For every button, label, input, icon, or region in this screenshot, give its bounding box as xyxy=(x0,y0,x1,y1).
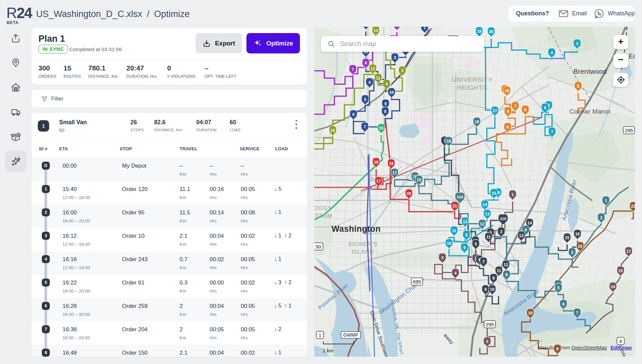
svg-text:CIRCLE: CIRCLE xyxy=(370,184,393,191)
svg-text:17: 17 xyxy=(493,109,497,113)
svg-text:21: 21 xyxy=(631,204,635,209)
svg-text:12: 12 xyxy=(480,222,485,226)
svg-text:6: 6 xyxy=(352,112,355,117)
svg-text:4: 4 xyxy=(386,82,388,86)
svg-text:19: 19 xyxy=(474,120,479,124)
svg-text:14: 14 xyxy=(483,202,487,207)
svg-text:UNIVERSITY: UNIVERSITY xyxy=(451,76,493,83)
svg-text:TTOM: TTOM xyxy=(315,213,332,219)
svg-text:17: 17 xyxy=(392,171,397,175)
svg-text:Brentwood: Brentwood xyxy=(573,68,607,75)
svg-text:OGGY: OGGY xyxy=(314,205,332,211)
svg-text:695: 695 xyxy=(413,279,421,285)
svg-text:Edit map: Edit map xyxy=(611,345,632,350)
svg-text:8: 8 xyxy=(465,233,468,237)
svg-text:4: 4 xyxy=(551,50,553,55)
svg-text:1: 1 xyxy=(424,27,426,30)
svg-text:3: 3 xyxy=(576,41,578,46)
svg-text:5: 5 xyxy=(364,97,366,102)
svg-text:12: 12 xyxy=(463,219,467,224)
svg-text:9: 9 xyxy=(525,228,527,232)
svg-text:ISLAND: ISLAND xyxy=(351,249,374,255)
svg-text:17: 17 xyxy=(376,179,381,184)
svg-text:295: 295 xyxy=(486,322,494,327)
svg-text:3: 3 xyxy=(441,255,444,260)
svg-text:DUPONT: DUPONT xyxy=(370,176,396,183)
svg-text:1 km: 1 km xyxy=(323,348,334,353)
svg-text:6: 6 xyxy=(562,302,565,307)
svg-text:15: 15 xyxy=(417,178,421,182)
svg-text:20: 20 xyxy=(407,191,411,196)
svg-text:7: 7 xyxy=(576,311,578,315)
svg-text:3: 3 xyxy=(394,55,396,60)
svg-text:15: 15 xyxy=(565,235,569,240)
svg-text:50: 50 xyxy=(316,244,321,249)
svg-text:9: 9 xyxy=(556,347,559,351)
svg-text:HEIGHTS: HEIGHTS xyxy=(457,84,487,91)
svg-text:GWMP: GWMP xyxy=(343,332,358,338)
svg-text:4: 4 xyxy=(619,339,622,344)
svg-text:8: 8 xyxy=(384,109,387,114)
svg-text:3: 3 xyxy=(401,68,404,73)
svg-text:4: 4 xyxy=(368,80,371,85)
svg-text:2: 2 xyxy=(396,27,398,27)
svg-text:1: 1 xyxy=(319,333,321,338)
svg-text:11: 11 xyxy=(376,76,381,80)
svg-text:8: 8 xyxy=(506,272,508,277)
svg-text:18: 18 xyxy=(374,160,379,165)
svg-text:1: 1 xyxy=(512,192,514,197)
svg-text:10: 10 xyxy=(447,241,451,246)
svg-text:7: 7 xyxy=(364,125,366,129)
svg-text:Washington: Washington xyxy=(331,224,381,233)
svg-text:7: 7 xyxy=(352,67,354,72)
svg-text:6: 6 xyxy=(524,108,527,112)
svg-text:13: 13 xyxy=(485,212,490,216)
svg-text:19: 19 xyxy=(389,161,394,166)
svg-text:19: 19 xyxy=(477,29,481,34)
svg-text:Colmar Manor: Colmar Manor xyxy=(569,108,611,115)
svg-text:9: 9 xyxy=(485,287,487,292)
svg-text:11: 11 xyxy=(497,268,501,273)
svg-text:143: 143 xyxy=(457,195,463,199)
svg-text:7: 7 xyxy=(514,104,517,109)
svg-text:5: 5 xyxy=(557,286,560,290)
svg-text:13: 13 xyxy=(373,28,378,33)
svg-text:295: 295 xyxy=(625,128,633,133)
svg-text:5: 5 xyxy=(577,84,579,88)
svg-text:5: 5 xyxy=(475,242,477,246)
svg-text:6: 6 xyxy=(544,106,546,110)
svg-text:20: 20 xyxy=(578,244,582,249)
svg-text:Edm: Edm xyxy=(629,52,635,60)
svg-text:9: 9 xyxy=(507,109,509,114)
svg-text:11: 11 xyxy=(487,235,491,239)
svg-text:15: 15 xyxy=(492,191,496,196)
svg-text:110: 110 xyxy=(500,217,506,221)
svg-text:15: 15 xyxy=(379,126,384,131)
svg-text:Map data from OpenStreetMap: Map data from OpenStreetMap xyxy=(538,345,607,350)
svg-text:8: 8 xyxy=(493,276,495,281)
svg-text:10: 10 xyxy=(389,90,394,95)
svg-text:12: 12 xyxy=(370,66,375,71)
svg-text:13: 13 xyxy=(519,233,524,238)
svg-text:12: 12 xyxy=(504,262,508,267)
svg-text:21: 21 xyxy=(452,204,457,208)
svg-text:2: 2 xyxy=(600,215,603,220)
svg-text:9: 9 xyxy=(385,102,387,106)
svg-text:14: 14 xyxy=(611,285,615,289)
svg-text:SIGNER'S: SIGNER'S xyxy=(348,241,378,247)
svg-text:17: 17 xyxy=(626,249,631,254)
svg-text:4: 4 xyxy=(454,271,457,276)
svg-text:19: 19 xyxy=(528,311,533,316)
svg-text:2: 2 xyxy=(500,229,503,234)
svg-text:15: 15 xyxy=(618,268,623,273)
svg-text:10: 10 xyxy=(505,88,509,93)
svg-text:16: 16 xyxy=(575,232,580,236)
svg-text:8: 8 xyxy=(507,125,509,130)
svg-text:5: 5 xyxy=(486,339,489,344)
svg-text:11: 11 xyxy=(452,228,456,233)
svg-text:14: 14 xyxy=(527,221,532,225)
svg-text:20: 20 xyxy=(489,29,494,34)
svg-text:10: 10 xyxy=(330,128,335,133)
svg-text:3: 3 xyxy=(571,250,573,255)
svg-text:1: 1 xyxy=(605,198,607,203)
